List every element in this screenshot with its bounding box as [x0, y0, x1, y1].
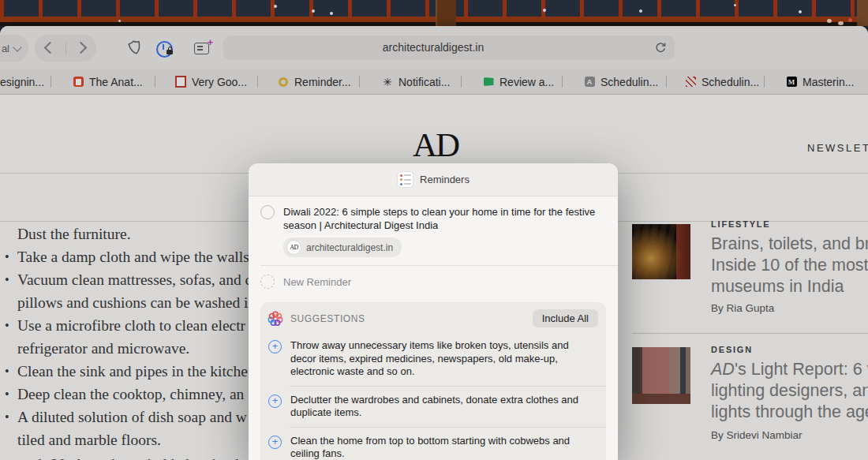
screenshot-stage: al + [0, 0, 868, 460]
siri-suggestions-icon [268, 311, 283, 327]
wallpaper-flower [827, 19, 832, 23]
wallpaper-dot [639, 9, 642, 13]
wallpaper-dot [312, 9, 315, 13]
reminders-share-sheet: Reminders Diwali 2022: 6 simple steps to… [249, 163, 618, 460]
site-link-chip[interactable]: AD architecturaldigest.in [283, 237, 402, 257]
reminder-title[interactable]: Diwali 2022: 6 simple steps to clean you… [283, 205, 605, 232]
reminders-app-icon [397, 171, 413, 188]
suggestion-text: Clean the home from top to bottom starti… [290, 435, 597, 460]
suggestion-text: Declutter the wardrobes and cabinets, do… [290, 394, 597, 420]
new-reminder-circle[interactable] [260, 275, 275, 289]
suggestions-label: SUGGESTIONS [290, 313, 526, 324]
add-plus-icon[interactable]: + [268, 395, 282, 408]
wallpaper-dot [543, 9, 546, 12]
suggestion-text: Throw away unnecessary items like broken… [290, 339, 597, 379]
wallpaper-dot [118, 20, 121, 22]
chip-domain: architecturaldigest.in [306, 242, 393, 253]
wallpaper-wood-edge [857, 0, 868, 26]
share-sheet-header: Reminders [249, 163, 618, 196]
add-plus-icon[interactable]: + [268, 340, 282, 353]
wallpaper-dot [330, 12, 333, 15]
wallpaper-flower [838, 21, 844, 25]
wallpaper-dot [274, 5, 277, 8]
ad-favicon: AD [286, 240, 301, 255]
suggestion-row[interactable]: + Clean the home from top to bottom star… [260, 428, 606, 460]
include-all-button[interactable]: Include All [533, 309, 598, 327]
share-sheet-title: Reminders [420, 174, 470, 185]
suggestion-row[interactable]: + Throw away unnecessary items like brok… [260, 332, 606, 386]
wallpaper-flower [848, 18, 852, 22]
wallpaper-dot [799, 10, 802, 13]
reminder-row[interactable]: Diwali 2022: 6 simple steps to clean you… [249, 196, 618, 232]
new-reminder-row[interactable]: New Reminder [249, 266, 618, 297]
wallpaper-wood-band [436, 0, 456, 26]
add-plus-icon[interactable]: + [268, 436, 282, 449]
reminder-checkbox[interactable] [260, 205, 275, 219]
new-reminder-label: New Reminder [283, 276, 351, 288]
desktop-wallpaper-banner [0, 0, 868, 26]
suggestions-panel: SUGGESTIONS Include All + Throw away unn… [260, 302, 606, 460]
suggestions-header: SUGGESTIONS Include All [260, 302, 606, 332]
suggestion-row[interactable]: + Declutter the wardrobes and cabinets, … [260, 387, 606, 427]
wallpaper-dot [734, 4, 736, 6]
